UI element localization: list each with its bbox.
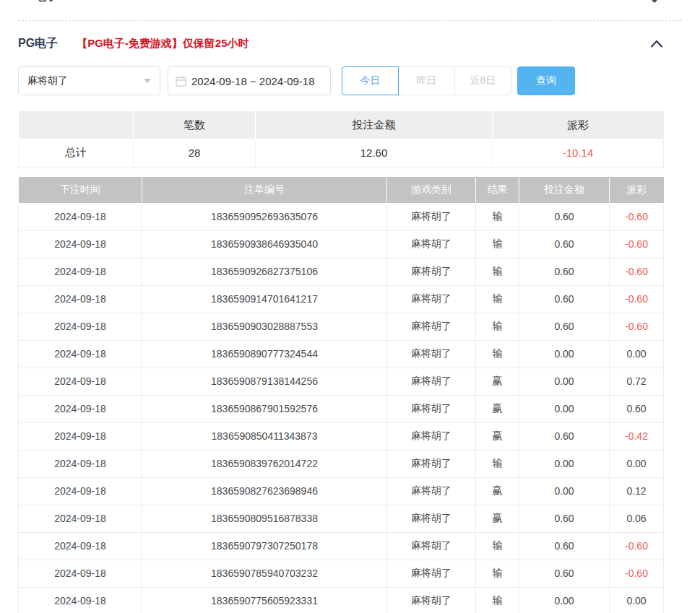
- bet-amount-cell: 0.00: [519, 450, 610, 477]
- table-row: 2024-09-18 1836590827623698946 麻将胡了 赢 0.…: [19, 477, 664, 505]
- bet-time-cell: 2024-09-18: [19, 450, 142, 477]
- payout-cell: 0.06: [610, 505, 664, 532]
- summary-total-label: 总计: [19, 139, 134, 168]
- summary-header-bet-amount: 投注金额: [256, 111, 493, 139]
- payout-cell: 0.60: [610, 395, 664, 422]
- section-title-pg: PG电子: [18, 36, 58, 51]
- section-divider: [18, 20, 682, 21]
- col-header-bet-amount: 投注金额: [519, 177, 610, 203]
- game-select-value: 麻将胡了: [27, 74, 68, 87]
- bet-amount-cell: 0.60: [519, 313, 610, 340]
- bet-amount-cell: 0.00: [519, 368, 610, 395]
- chevron-down-icon[interactable]: [649, 0, 660, 4]
- order-id-cell: 1836590926827375106: [142, 258, 387, 285]
- summary-header-blank: [19, 111, 134, 139]
- payout-cell: -0.42: [610, 422, 664, 450]
- bet-table-body: 2024-09-18 1836590952693635076 麻将胡了 输 0.…: [19, 203, 664, 613]
- bet-time-cell: 2024-09-18: [19, 505, 142, 532]
- col-header-result: 结果: [476, 177, 519, 203]
- bet-time-cell: 2024-09-18: [19, 422, 142, 450]
- date-range-input[interactable]: 2024-09-18 ~ 2024-09-18: [168, 66, 331, 95]
- bet-time-cell: 2024-09-18: [19, 532, 142, 560]
- table-row: 2024-09-18 1836590867901592576 麻将胡了 赢 0.…: [19, 395, 664, 422]
- order-id-cell: 1836590785940703232: [142, 560, 387, 587]
- order-id-cell: 1836590952693635076: [142, 203, 387, 230]
- betting-records-page: MT电子 PG电子 【PG电子-免费游戏】仅保留25小时 麻将胡了 2024-0…: [0, 0, 700, 613]
- result-cell: 输: [476, 230, 519, 258]
- result-cell: 输: [476, 450, 519, 477]
- game-type-cell: 麻将胡了: [387, 450, 476, 477]
- game-type-cell: 麻将胡了: [387, 477, 476, 505]
- chevron-up-icon[interactable]: [650, 39, 663, 48]
- table-row: 2024-09-18 1836590890777324544 麻将胡了 输 0.…: [19, 340, 664, 368]
- table-row: 2024-09-18 1836590938646935040 麻将胡了 输 0.…: [19, 230, 664, 258]
- bet-amount-cell: 0.00: [519, 477, 610, 505]
- order-id-cell: 1836590797307250178: [142, 532, 387, 560]
- table-row: 2024-09-18 1836590903028887553 麻将胡了 输 0.…: [19, 313, 664, 340]
- section-notice: 【PG电子-免费游戏】仅保留25小时: [77, 37, 249, 51]
- summary-count-value: 28: [134, 139, 256, 168]
- result-cell: 输: [476, 340, 519, 368]
- order-id-cell: 1836590809516878338: [142, 505, 387, 532]
- caret-down-icon: [144, 79, 151, 83]
- col-header-payout: 派彩: [610, 177, 664, 203]
- game-type-cell: 麻将胡了: [387, 258, 476, 285]
- col-header-order-id: 注单编号: [142, 177, 387, 203]
- yesterday-button[interactable]: 昨日: [398, 66, 455, 95]
- payout-cell: 0.00: [610, 587, 664, 613]
- result-cell: 输: [476, 560, 519, 587]
- summary-table: 笔数 投注金额 派彩 总计 28 12.60 -10.14: [18, 111, 664, 168]
- game-type-cell: 麻将胡了: [387, 203, 476, 230]
- bet-amount-cell: 0.00: [519, 587, 610, 613]
- date-range-value: 2024-09-18 ~ 2024-09-18: [191, 75, 315, 87]
- search-button[interactable]: 查询: [517, 66, 575, 95]
- bet-records-table: 下注时间 注单编号 游戏类别 结果 投注金额 派彩 2024-09-18 183…: [18, 177, 664, 613]
- table-row: 2024-09-18 1836590926827375106 麻将胡了 输 0.…: [19, 258, 664, 285]
- bet-time-cell: 2024-09-18: [19, 477, 142, 505]
- summary-bet-amount-value: 12.60: [256, 139, 493, 168]
- result-cell: 赢: [476, 422, 519, 450]
- bet-table-header-row: 下注时间 注单编号 游戏类别 结果 投注金额 派彩: [19, 177, 664, 203]
- order-id-cell: 1836590938646935040: [142, 230, 387, 258]
- game-type-cell: 麻将胡了: [387, 340, 476, 368]
- payout-cell: 0.72: [610, 368, 664, 395]
- filter-bar: 麻将胡了 2024-09-18 ~ 2024-09-18 今日 昨日 近8日 查…: [18, 66, 575, 95]
- table-row: 2024-09-18 1836590785940703232 麻将胡了 输 0.…: [19, 560, 664, 587]
- game-type-cell: 麻将胡了: [387, 395, 476, 422]
- bet-time-cell: 2024-09-18: [19, 203, 142, 230]
- payout-cell: -0.60: [610, 258, 664, 285]
- game-type-cell: 麻将胡了: [387, 368, 476, 395]
- last8days-button[interactable]: 近8日: [454, 66, 511, 95]
- bet-time-cell: 2024-09-18: [19, 340, 142, 368]
- game-type-cell: 麻将胡了: [387, 587, 476, 613]
- bet-time-cell: 2024-09-18: [19, 587, 142, 613]
- result-cell: 赢: [476, 368, 519, 395]
- payout-cell: 0.12: [610, 477, 664, 505]
- table-row: 2024-09-18 1836590839762014722 麻将胡了 输 0.…: [19, 450, 664, 477]
- section-title-mt: MT电子: [18, 0, 58, 4]
- result-cell: 输: [476, 285, 519, 313]
- bet-amount-cell: 0.60: [519, 505, 610, 532]
- game-type-cell: 麻将胡了: [387, 560, 476, 587]
- result-cell: 输: [476, 203, 519, 230]
- order-id-cell: 1836590839762014722: [142, 450, 387, 477]
- game-type-cell: 麻将胡了: [387, 505, 476, 532]
- game-type-cell: 麻将胡了: [387, 285, 476, 313]
- summary-header-count: 笔数: [134, 111, 256, 139]
- game-type-cell: 麻将胡了: [387, 532, 476, 560]
- bet-amount-cell: 0.60: [519, 230, 610, 258]
- table-row: 2024-09-18 1836590850411343873 麻将胡了 赢 0.…: [19, 422, 664, 450]
- payout-cell: 0.00: [610, 340, 664, 368]
- summary-header-payout: 派彩: [493, 111, 664, 139]
- game-select[interactable]: 麻将胡了: [18, 66, 160, 95]
- bet-time-cell: 2024-09-18: [19, 395, 142, 422]
- result-cell: 输: [476, 532, 519, 560]
- result-cell: 输: [476, 313, 519, 340]
- order-id-cell: 1836590890777324544: [142, 340, 387, 368]
- bet-amount-cell: 0.00: [519, 395, 610, 422]
- bet-time-cell: 2024-09-18: [19, 230, 142, 258]
- today-button[interactable]: 今日: [342, 66, 399, 95]
- result-cell: 赢: [476, 505, 519, 532]
- table-row: 2024-09-18 1836590775605923331 麻将胡了 输 0.…: [19, 587, 664, 613]
- game-type-cell: 麻将胡了: [387, 422, 476, 450]
